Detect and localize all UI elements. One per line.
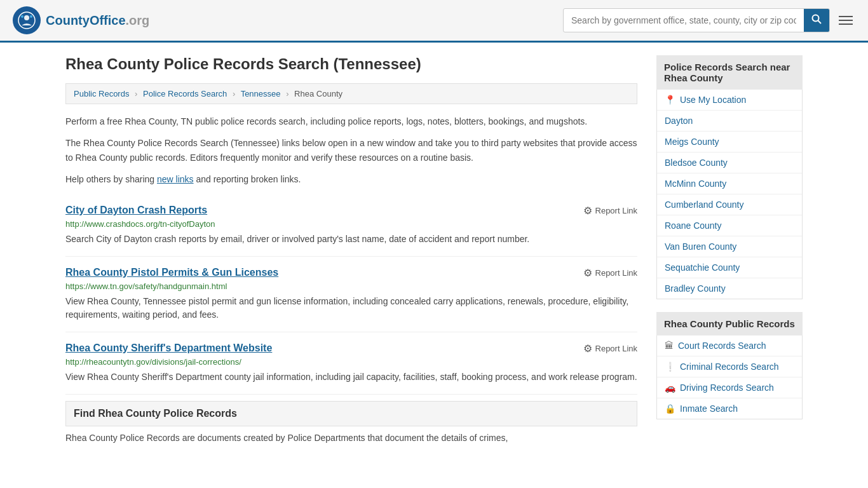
breadcrumb-current: Rhea County (294, 89, 342, 98)
nearby-bledsoe-county-link[interactable]: Bledsoe County (665, 158, 728, 168)
description-2: The Rhea County Police Records Search (T… (65, 136, 637, 165)
sidebar-public-records-section: Rhea County Public Records 🏛 Court Recor… (656, 312, 803, 419)
svg-point-3 (30, 15, 32, 18)
breadcrumb-link-tennessee[interactable]: Tennessee (241, 89, 281, 98)
sidebar-criminal-records[interactable]: ❕ Criminal Records Search (657, 356, 802, 377)
record-header-1: City of Dayton Crash Reports ⚙ Report Li… (65, 205, 637, 217)
report-link-btn-3[interactable]: ⚙ Report Link (583, 342, 637, 355)
inmate-icon: 🔒 (665, 403, 675, 414)
find-section-heading: Find Rhea County Police Records (65, 401, 637, 426)
record-header-3: Rhea County Sheriff's Department Website… (65, 342, 637, 355)
driving-records-link[interactable]: Driving Records Search (680, 383, 774, 393)
nearby-dayton-link[interactable]: Dayton (665, 116, 693, 126)
nearby-van-buren-county-link[interactable]: Van Buren County (665, 241, 736, 252)
menu-button[interactable] (836, 13, 855, 27)
sidebar-item-bradley-county[interactable]: Bradley County (657, 278, 802, 299)
header: CountyOffice.org (0, 0, 868, 43)
breadcrumb-link-public-records[interactable]: Public Records (74, 89, 129, 98)
sidebar: Police Records Search near Rhea County 📍… (656, 55, 803, 445)
sidebar-item-cumberland-county[interactable]: Cumberland County (657, 194, 802, 215)
svg-line-5 (818, 21, 822, 24)
sidebar-item-roane-county[interactable]: Roane County (657, 215, 802, 236)
nearby-sequatchie-county-link[interactable]: Sequatchie County (665, 262, 740, 273)
breadcrumb: Public Records › Police Records Search ›… (65, 83, 637, 104)
record-url-1: http://www.crashdocs.org/tn-cityofDayton (65, 219, 637, 229)
sidebar-court-records[interactable]: 🏛 Court Records Search (657, 336, 802, 356)
nearby-mcminn-county-link[interactable]: McMinn County (665, 179, 726, 189)
svg-point-4 (813, 15, 819, 22)
record-entry-1: City of Dayton Crash Reports ⚙ Report Li… (65, 194, 637, 257)
new-links-link[interactable]: new links (157, 174, 194, 184)
report-icon-3: ⚙ (583, 342, 592, 355)
nearby-meigs-county-link[interactable]: Meigs County (665, 137, 719, 147)
logo-area: CountyOffice.org (13, 6, 149, 34)
sidebar-use-location[interactable]: 📍 Use My Location (657, 90, 802, 111)
sidebar-nearby-section: Police Records Search near Rhea County 📍… (656, 55, 803, 299)
nearby-bradley-county-link[interactable]: Bradley County (665, 283, 726, 294)
svg-point-1 (24, 15, 29, 20)
sidebar-records-list: 🏛 Court Records Search ❕ Criminal Record… (656, 336, 803, 419)
site-logo-icon (13, 6, 41, 34)
driving-icon: 🚗 (665, 383, 675, 393)
sidebar-inmate-search[interactable]: 🔒 Inmate Search (657, 398, 802, 419)
record-title-2[interactable]: Rhea County Pistol Permits & Gun License… (65, 267, 278, 278)
record-header-2: Rhea County Pistol Permits & Gun License… (65, 267, 637, 279)
search-input[interactable] (564, 10, 804, 30)
record-entry-3: Rhea County Sheriff's Department Website… (65, 332, 637, 395)
breadcrumb-sep-2: › (233, 89, 235, 98)
record-desc-2: View Rhea County, Tennessee pistol permi… (65, 295, 637, 322)
site-name: CountyOffice.org (46, 13, 149, 28)
main-container: Rhea County Police Records Search (Tenne… (53, 43, 815, 458)
record-desc-3: View Rhea County Sheriff's Department co… (65, 370, 637, 384)
court-records-link[interactable]: Court Records Search (678, 341, 766, 351)
breadcrumb-link-police-records-search[interactable]: Police Records Search (143, 89, 227, 98)
court-icon: 🏛 (665, 341, 674, 351)
header-search-area (563, 8, 855, 32)
sidebar-item-van-buren-county[interactable]: Van Buren County (657, 236, 802, 257)
record-url-2: https://www.tn.gov/safety/handgunmain.ht… (65, 281, 637, 291)
content-area: Rhea County Police Records Search (Tenne… (65, 55, 637, 445)
nearby-roane-county-link[interactable]: Roane County (665, 220, 722, 231)
record-title-3[interactable]: Rhea County Sheriff's Department Website (65, 342, 272, 354)
breadcrumb-sep-1: › (135, 89, 137, 98)
page-title: Rhea County Police Records Search (Tenne… (65, 55, 637, 73)
search-button[interactable] (804, 9, 829, 32)
location-icon: 📍 (665, 95, 675, 105)
criminal-icon: ❕ (665, 362, 675, 372)
sidebar-item-sequatchie-county[interactable]: Sequatchie County (657, 257, 802, 278)
record-url-3: http://rheacountytn.gov/divisions/jail-c… (65, 357, 637, 367)
sidebar-nearby-list: 📍 Use My Location Dayton Meigs County Bl… (656, 90, 803, 299)
sidebar-driving-records[interactable]: 🚗 Driving Records Search (657, 377, 802, 398)
sidebar-item-meigs-county[interactable]: Meigs County (657, 132, 802, 152)
find-section-desc: Rhea County Police Records are documents… (65, 431, 637, 445)
record-entry-2: Rhea County Pistol Permits & Gun License… (65, 257, 637, 332)
record-desc-1: Search City of Dayton crash reports by e… (65, 233, 637, 246)
report-icon-2: ⚙ (583, 267, 592, 279)
report-icon-1: ⚙ (583, 205, 592, 217)
use-location-link[interactable]: Use My Location (680, 95, 746, 105)
sidebar-item-bledsoe-county[interactable]: Bledsoe County (657, 152, 802, 173)
report-link-btn-2[interactable]: ⚙ Report Link (583, 267, 637, 279)
breadcrumb-sep-3: › (286, 89, 288, 98)
inmate-search-link[interactable]: Inmate Search (680, 403, 738, 414)
criminal-records-link[interactable]: Criminal Records Search (680, 362, 779, 372)
sidebar-item-mcminn-county[interactable]: McMinn County (657, 173, 802, 194)
description-1: Perform a free Rhea County, TN public po… (65, 114, 637, 128)
sidebar-item-dayton[interactable]: Dayton (657, 111, 802, 132)
search-bar (563, 8, 830, 32)
nearby-cumberland-county-link[interactable]: Cumberland County (665, 200, 744, 210)
record-title-1[interactable]: City of Dayton Crash Reports (65, 205, 207, 216)
description-3: Help others by sharing new links and rep… (65, 172, 637, 186)
sidebar-nearby-heading: Police Records Search near Rhea County (656, 55, 803, 90)
sidebar-public-records-heading: Rhea County Public Records (656, 312, 803, 336)
svg-point-2 (21, 15, 24, 18)
report-link-btn-1[interactable]: ⚙ Report Link (583, 205, 637, 217)
